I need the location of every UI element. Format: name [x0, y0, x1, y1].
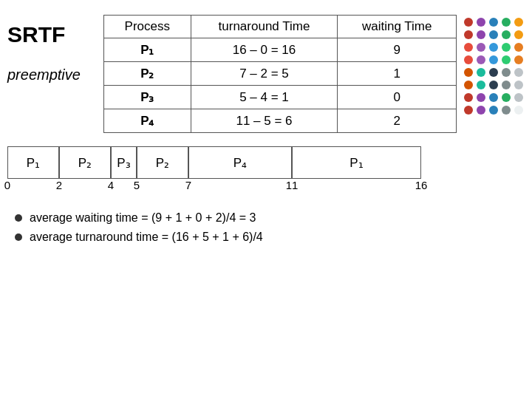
- timeline-cell: P₁: [292, 146, 421, 179]
- dot: [502, 43, 511, 52]
- timeline-ticks: 024571116: [7, 179, 525, 195]
- table-row: P₂7 – 2 = 51: [104, 62, 457, 86]
- col-header-process: Process: [104, 16, 191, 38]
- timeline-tick: 7: [185, 179, 191, 191]
- timeline-tick: 16: [415, 179, 428, 191]
- dot: [464, 106, 473, 115]
- table-row: P₄11 – 5 = 62: [104, 109, 457, 133]
- dot: [514, 81, 523, 89]
- dot: [464, 68, 473, 77]
- col-header-turnaround: turnaround Time: [191, 16, 338, 38]
- dots-container: [464, 18, 525, 116]
- timeline-cell: P₁: [7, 146, 59, 179]
- bullet-item-1: average waiting time = (9 + 1 + 0 + 2)/4…: [15, 211, 525, 225]
- waiting-cell: 1: [338, 62, 457, 86]
- col-header-waiting: waiting Time: [338, 16, 457, 38]
- bullet-dot-1: [15, 214, 22, 222]
- turnaround-cell: 5 – 4 = 1: [191, 86, 338, 109]
- dot: [489, 43, 498, 52]
- dot: [464, 93, 473, 102]
- bullet-text-1: average waiting time = (9 + 1 + 0 + 2)/4…: [30, 211, 256, 225]
- dot: [514, 30, 523, 39]
- timeline-tick: 5: [134, 179, 140, 191]
- info-table: Process turnaround Time waiting Time P₁1…: [103, 15, 457, 133]
- dot: [502, 93, 511, 102]
- dot: [464, 18, 473, 27]
- dot: [464, 55, 473, 64]
- waiting-cell: 2: [338, 109, 457, 133]
- timeline-cell: P₃: [111, 146, 137, 179]
- process-cell: P₂: [104, 62, 191, 86]
- dot: [464, 43, 473, 52]
- left-labels: SRTF preemptive: [7, 15, 103, 83]
- timeline-tick: 4: [108, 179, 114, 191]
- preemptive-label: preemptive: [7, 66, 81, 83]
- dot: [502, 68, 511, 77]
- dot: [502, 106, 511, 115]
- timeline-tick: 0: [4, 179, 10, 191]
- dot: [502, 18, 511, 27]
- dot: [477, 68, 485, 77]
- waiting-cell: 0: [338, 86, 457, 109]
- dot: [514, 68, 523, 77]
- dot: [477, 93, 485, 102]
- dot: [489, 68, 498, 77]
- timeline-section: P₁P₂P₃P₂P₄P₁ 024571116: [7, 146, 525, 195]
- dot: [489, 18, 498, 27]
- top-section: SRTF preemptive Process turnaround Time …: [0, 7, 532, 133]
- table-row: P₁16 – 0 = 169: [104, 38, 457, 62]
- turnaround-cell: 7 – 2 = 5: [191, 62, 338, 86]
- dot: [489, 55, 498, 64]
- dot: [514, 43, 523, 52]
- dot: [489, 81, 498, 89]
- bullet-dot-2: [15, 233, 22, 241]
- timeline-cell: P₄: [188, 146, 292, 179]
- bullet-text-2: average turnaround time = (16 + 5 + 1 + …: [30, 231, 263, 244]
- dot: [514, 93, 523, 102]
- bullet-item-2: average turnaround time = (16 + 5 + 1 + …: [15, 231, 525, 244]
- timeline-tick: 2: [56, 179, 62, 191]
- dot: [464, 81, 473, 89]
- dot: [477, 43, 485, 52]
- turnaround-cell: 11 – 5 = 6: [191, 109, 338, 133]
- timeline-cell: P₂: [137, 146, 188, 179]
- bullets-section: average waiting time = (9 + 1 + 0 + 2)/4…: [15, 211, 525, 250]
- dot: [489, 30, 498, 39]
- turnaround-cell: 16 – 0 = 16: [191, 38, 338, 62]
- dot: [489, 93, 498, 102]
- process-cell: P₄: [104, 109, 191, 133]
- timeline-row: P₁P₂P₃P₂P₄P₁: [7, 146, 525, 179]
- timeline-tick: 11: [286, 179, 299, 191]
- dot: [502, 55, 511, 64]
- dot: [477, 30, 485, 39]
- process-cell: P₃: [104, 86, 191, 109]
- dot: [489, 106, 498, 115]
- timeline-cell: P₂: [59, 146, 111, 179]
- dot: [502, 81, 511, 89]
- dot: [514, 106, 523, 115]
- dot: [464, 30, 473, 39]
- dot: [477, 18, 485, 27]
- dot: [514, 18, 523, 27]
- dot: [477, 106, 485, 115]
- table-row: P₃5 – 4 = 10: [104, 86, 457, 109]
- dot: [477, 55, 485, 64]
- waiting-cell: 9: [338, 38, 457, 62]
- dot: [514, 55, 523, 64]
- main-container: SRTF preemptive Process turnaround Time …: [0, 0, 532, 399]
- process-cell: P₁: [104, 38, 191, 62]
- srtf-title: SRTF: [7, 22, 65, 47]
- dot: [502, 30, 511, 39]
- dot: [477, 81, 485, 89]
